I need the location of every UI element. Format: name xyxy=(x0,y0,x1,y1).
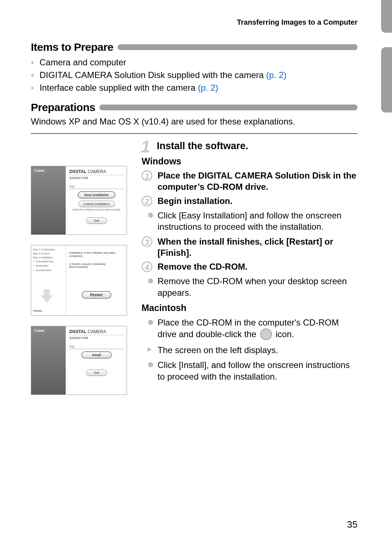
installer-hint: Select the software that you want to ins… xyxy=(69,208,124,211)
installer-sidebar-image: Canon xyxy=(31,326,66,394)
wizard-step: Step 1 Confirmation xyxy=(33,248,64,252)
wizard-step: ✓ ZoomBrowser xyxy=(33,268,64,273)
bullet-detail: Click [Easy Installation] and follow the… xyxy=(142,210,358,233)
disc-icon xyxy=(260,328,272,340)
list-item: Interface cable supplied with the camera… xyxy=(31,82,358,94)
step-number: 1 xyxy=(141,137,150,156)
installer-category: Digi xyxy=(69,185,124,189)
figures-column: Canon DIGITAL CAMERA Solution Disk Digi … xyxy=(31,140,134,405)
wizard-step: Step 2 License xyxy=(33,252,64,255)
result-line: The screen on the left displays. xyxy=(142,344,358,356)
page: Transferring Images to a Computer Items … xyxy=(0,0,392,405)
prep-intro: Windows XP and Mac OS X (v10.4) are used… xyxy=(31,116,358,127)
running-head: Transferring Images to a Computer xyxy=(31,18,358,26)
screenshot-mac-installer: Canon DIGITAL CAMERA Solution Disk Digi … xyxy=(31,326,127,395)
page-number: 35 xyxy=(347,519,358,530)
wizard-step: ✓ CameraWindow xyxy=(33,259,64,264)
step-title: Install the software. xyxy=(157,140,248,151)
exit-button[interactable]: Exit xyxy=(86,217,107,224)
step1-body: 1 Install the software. Windows 1 Place … xyxy=(134,140,358,386)
wizard-step: ✓ PhotoStitch xyxy=(33,264,64,268)
windows-heading: Windows xyxy=(142,156,358,167)
list-item: DIGITAL CAMERA Solution Disk supplied wi… xyxy=(31,69,358,82)
heading-bar xyxy=(99,105,358,110)
screenshot-install-complete: Step 1 Confirmation Step 2 License Step … xyxy=(31,245,127,316)
install-complete-message: Installation of the software has been co… xyxy=(69,251,124,258)
screenshot-windows-installer: Canon DIGITAL CAMERA Solution Disk Digi … xyxy=(31,166,127,235)
down-arrow-icon xyxy=(39,289,54,304)
exit-button[interactable]: Exit xyxy=(86,369,107,376)
page-ref[interactable]: (p. 2) xyxy=(266,70,286,80)
substep-4: 4 Remove the CD-ROM. xyxy=(142,261,358,273)
brand-logo: Canon xyxy=(34,328,44,332)
circle-number-icon: 4 xyxy=(142,261,152,272)
restart-button[interactable]: Restart xyxy=(82,291,111,299)
circle-number-icon: 2 xyxy=(142,196,152,207)
substep-2: 2 Begin installation. xyxy=(142,196,358,207)
installer-title: DIGITAL CAMERA xyxy=(69,169,124,174)
wizard-finish-label: Finish xyxy=(33,309,42,312)
heading-bar xyxy=(118,44,358,50)
section-items-title: Items to Prepare xyxy=(31,41,113,53)
installer-sidebar-image: Canon xyxy=(31,166,66,234)
wizard-step: Step 3 Installation xyxy=(33,255,64,259)
substep-1: 1 Place the DIGITAL CAMERA Solution Disk… xyxy=(142,170,358,192)
bullet-detail: Click [Install], and follow the onscreen… xyxy=(142,359,358,382)
bullet-detail: Remove the CD-ROM when your desktop scre… xyxy=(142,275,358,298)
page-ref[interactable]: (p. 2) xyxy=(198,83,218,93)
installer-category: Digi xyxy=(69,345,124,349)
circle-number-icon: 3 xyxy=(142,236,152,247)
installer-subtitle: Solution Disk xyxy=(69,175,124,180)
substep-title: Remove the CD-ROM. xyxy=(158,261,358,273)
substep-title: Place the DIGITAL CAMERA Solution Disk i… xyxy=(158,170,358,192)
easy-installation-button[interactable]: Easy Installation xyxy=(78,191,115,199)
installer-subtitle: Solution Disk xyxy=(69,335,124,340)
step1-layout: Canon DIGITAL CAMERA Solution Disk Digi … xyxy=(31,140,358,405)
restart-checkbox[interactable]: ☑ Restart computer immediately (Recommen… xyxy=(69,263,124,268)
macintosh-heading: Macintosh xyxy=(142,303,358,313)
installer-title: DIGITAL CAMERA xyxy=(69,329,124,334)
section-items-heading: Items to Prepare xyxy=(31,41,358,53)
substep-title: When the install finishes, click [Restar… xyxy=(158,236,358,258)
section-prep-title: Preparations xyxy=(31,101,95,114)
divider xyxy=(31,133,358,134)
install-button[interactable]: Install xyxy=(81,351,112,359)
section-prep-heading: Preparations xyxy=(31,101,358,114)
brand-logo: Canon xyxy=(34,168,44,172)
substep-title: Begin installation. xyxy=(158,196,358,207)
list-item: Camera and computer xyxy=(31,56,358,69)
circle-number-icon: 1 xyxy=(142,170,152,181)
bullet-detail: Place the CD-ROM in the computer's CD-RO… xyxy=(142,317,358,340)
items-list: Camera and computer DIGITAL CAMERA Solut… xyxy=(31,56,358,94)
substep-3: 3 When the install finishes, click [Rest… xyxy=(142,236,358,258)
numbered-step-1: 1 Install the software. xyxy=(142,140,358,152)
custom-installation-button[interactable]: Custom Installation xyxy=(78,201,115,207)
